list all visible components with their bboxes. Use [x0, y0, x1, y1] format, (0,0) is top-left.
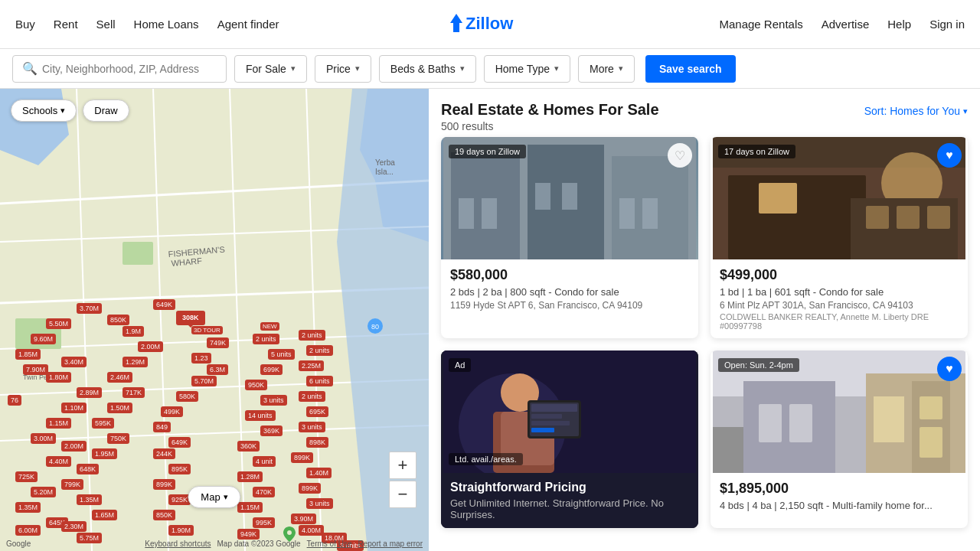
map-marker[interactable]: 5.50M [46, 318, 71, 329]
map-marker[interactable]: 799K [61, 479, 83, 490]
map-marker[interactable]: 5.70M [191, 376, 217, 386]
map-marker[interactable]: 14 units [245, 410, 276, 421]
map-marker[interactable]: 995K [253, 517, 275, 528]
listing-card-1[interactable]: 19 days on Zillow ♡ $580,000 2 bds | 2 b… [441, 137, 698, 338]
map-marker[interactable]: 4 unit [253, 456, 276, 467]
map-marker[interactable]: 2 units [253, 334, 279, 344]
map-marker[interactable]: 2 units [299, 391, 325, 402]
map-marker[interactable]: 649K [168, 437, 191, 448]
map-marker[interactable]: 1.23 [191, 353, 211, 364]
save-search-button[interactable]: Save search [645, 55, 736, 83]
nav-rent[interactable]: Rent [54, 18, 78, 31]
search-input-wrap[interactable]: 🔍 [12, 55, 227, 83]
favorite-button-4[interactable]: ♥ [937, 357, 962, 381]
map-marker[interactable]: 648K [77, 464, 99, 474]
map-marker[interactable]: 895K [168, 464, 191, 474]
map-marker[interactable]: 7.90M [23, 364, 48, 375]
zoom-in-button[interactable]: + [389, 452, 416, 479]
map-marker[interactable]: 2 units [306, 345, 333, 356]
map-marker[interactable]: 695K [306, 406, 328, 417]
nav-home-loans[interactable]: Home Loans [134, 18, 199, 31]
map-marker[interactable]: 1.90M [168, 525, 194, 536]
map-marker[interactable]: 3 units [260, 395, 287, 406]
map-marker[interactable]: 1.9M [122, 326, 144, 337]
favorite-button-2[interactable]: ♥ [937, 143, 962, 168]
map-marker[interactable]: 3.90M [291, 514, 316, 524]
map-marker[interactable]: 6.3M [207, 364, 228, 375]
map-marker[interactable]: 749K [207, 337, 229, 348]
nav-sign-in[interactable]: Sign in [929, 18, 965, 31]
nav-help[interactable]: Help [887, 18, 911, 31]
map-marker[interactable]: 1.35M [77, 494, 102, 505]
listing-card-4[interactable]: Open: Sun. 2-4pm ♥ $1,895,000 4 bds | 4 … [710, 350, 968, 528]
schools-button[interactable]: Schools ▾ [11, 99, 77, 122]
map-marker[interactable]: 2.25M [299, 360, 324, 371]
map-marker[interactable]: 5.20M [31, 487, 56, 497]
map-marker[interactable]: 2.00M [61, 441, 87, 452]
map-marker[interactable]: 1.50M [107, 403, 132, 413]
search-input[interactable] [42, 63, 211, 75]
map-marker[interactable]: 717K [122, 387, 145, 398]
home-type-filter[interactable]: Home Type ▾ [484, 55, 570, 83]
map-marker[interactable]: 6.00M [15, 525, 41, 536]
report-link[interactable]: Report a map error [358, 540, 423, 548]
map-marker[interactable]: 4.40M [46, 456, 71, 467]
map-marker[interactable]: 699K [260, 364, 283, 375]
for-sale-filter[interactable]: For Sale ▾ [234, 55, 307, 83]
map-marker[interactable]: 2.46M [107, 372, 132, 383]
map-marker[interactable]: 76 [8, 395, 21, 406]
map-marker[interactable]: 1.29M [122, 357, 148, 367]
sort-button[interactable]: Sort: Homes for You ▾ [864, 105, 968, 117]
map-marker[interactable]: 5 units [268, 349, 295, 360]
map-marker[interactable]: 849 [153, 422, 171, 432]
map-marker[interactable]: 3.40M [61, 357, 87, 367]
price-filter[interactable]: Price ▾ [315, 55, 371, 83]
map-marker[interactable]: 9.60M [31, 334, 56, 344]
map-marker[interactable]: 949K [237, 529, 260, 540]
nav-buy[interactable]: Buy [15, 18, 35, 31]
terms-link[interactable]: Terms of Use [307, 540, 352, 548]
map-marker[interactable]: 1.35M [15, 502, 41, 513]
map-marker[interactable]: 1.28M [237, 471, 263, 482]
zoom-out-button[interactable]: − [389, 481, 416, 508]
map-marker[interactable]: 6 units [306, 376, 333, 386]
map-marker[interactable]: 360K [237, 441, 260, 452]
logo[interactable]: Zillow [444, 9, 536, 40]
nav-advertise[interactable]: Advertise [822, 18, 870, 31]
map-marker[interactable]: 1.10M [61, 403, 87, 413]
favorite-button-1[interactable]: ♡ [668, 143, 692, 168]
map-marker[interactable]: 2.30M [61, 521, 87, 532]
map-marker[interactable]: 3D TOUR [191, 326, 223, 334]
map-marker[interactable]: 3 units [299, 422, 325, 432]
map-marker[interactable]: 725K [15, 471, 38, 482]
map-marker[interactable]: 1.95M [92, 448, 117, 459]
map-marker[interactable]: 950K [245, 380, 267, 390]
map-marker[interactable]: 4.00M [299, 525, 324, 536]
nav-manage-rentals[interactable]: Manage Rentals [720, 18, 803, 31]
map-marker[interactable]: 750K [107, 433, 129, 444]
map-marker[interactable]: 369K [260, 425, 283, 436]
map-marker[interactable]: 1.15M [46, 418, 71, 429]
map-marker[interactable]: 850K [107, 315, 129, 325]
map-marker[interactable]: 499K [161, 406, 183, 417]
map-marker[interactable]: 649K [153, 299, 175, 310]
map-marker[interactable]: 244K [153, 448, 175, 459]
map-marker[interactable]: 470K [253, 487, 275, 497]
map-marker[interactable]: 1.85M [15, 349, 41, 360]
map-marker[interactable]: 3.00M [31, 433, 56, 444]
draw-button[interactable]: Draw [83, 99, 129, 122]
more-filter[interactable]: More ▾ [578, 55, 635, 83]
map-marker[interactable]: 1.65M [92, 510, 117, 520]
map-marker[interactable]: 3 units [306, 498, 333, 509]
map-marker[interactable]: 580K [176, 391, 198, 402]
beds-baths-filter[interactable]: Beds & Baths ▾ [379, 55, 476, 83]
map-marker[interactable]: 1.80M [46, 372, 71, 383]
keyboard-shortcuts-link[interactable]: Keyboard shortcuts [145, 540, 211, 548]
map-marker[interactable]: 2 units [299, 330, 325, 341]
listing-card-ad[interactable]: Ad Ltd. avail./areas. Straightforward Pr… [441, 350, 698, 528]
nav-agent-finder[interactable]: Agent finder [217, 18, 279, 31]
nav-sell[interactable]: Sell [96, 18, 116, 31]
map-marker[interactable]: 2.89M [77, 387, 102, 398]
map-marker[interactable]: 850K [153, 510, 175, 520]
map-marker[interactable]: 1.40M [306, 468, 332, 478]
